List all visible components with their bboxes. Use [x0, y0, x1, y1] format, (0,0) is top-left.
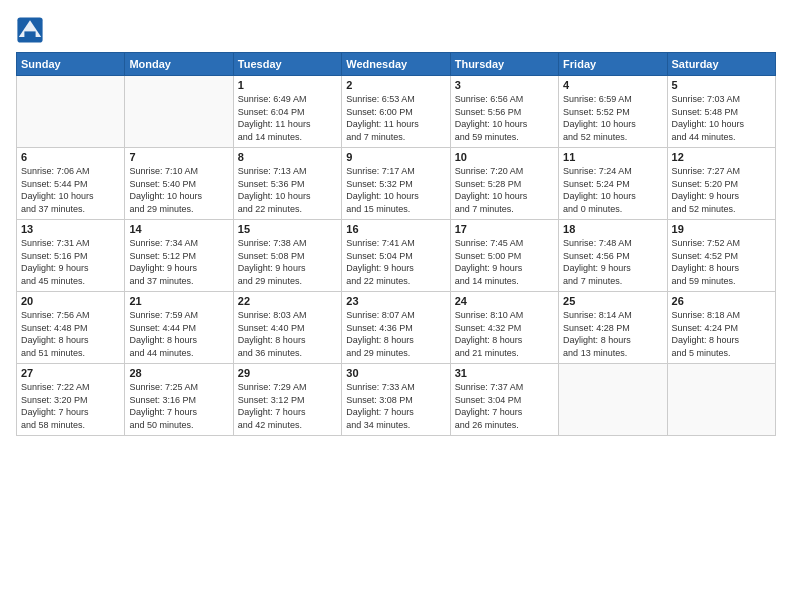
day-info: Sunrise: 7:03 AM Sunset: 5:48 PM Dayligh… [672, 93, 771, 143]
day-number: 24 [455, 295, 554, 307]
day-cell: 2Sunrise: 6:53 AM Sunset: 6:00 PM Daylig… [342, 76, 450, 148]
day-info: Sunrise: 8:18 AM Sunset: 4:24 PM Dayligh… [672, 309, 771, 359]
day-info: Sunrise: 7:20 AM Sunset: 5:28 PM Dayligh… [455, 165, 554, 215]
day-cell [559, 364, 667, 436]
day-cell: 23Sunrise: 8:07 AM Sunset: 4:36 PM Dayli… [342, 292, 450, 364]
day-number: 26 [672, 295, 771, 307]
day-number: 16 [346, 223, 445, 235]
day-number: 15 [238, 223, 337, 235]
day-number: 8 [238, 151, 337, 163]
day-info: Sunrise: 7:41 AM Sunset: 5:04 PM Dayligh… [346, 237, 445, 287]
day-info: Sunrise: 7:33 AM Sunset: 3:08 PM Dayligh… [346, 381, 445, 431]
week-row-3: 20Sunrise: 7:56 AM Sunset: 4:48 PM Dayli… [17, 292, 776, 364]
day-info: Sunrise: 6:59 AM Sunset: 5:52 PM Dayligh… [563, 93, 662, 143]
day-info: Sunrise: 7:38 AM Sunset: 5:08 PM Dayligh… [238, 237, 337, 287]
day-number: 28 [129, 367, 228, 379]
day-number: 12 [672, 151, 771, 163]
day-cell: 7Sunrise: 7:10 AM Sunset: 5:40 PM Daylig… [125, 148, 233, 220]
day-info: Sunrise: 7:34 AM Sunset: 5:12 PM Dayligh… [129, 237, 228, 287]
weekday-header-monday: Monday [125, 53, 233, 76]
day-cell: 3Sunrise: 6:56 AM Sunset: 5:56 PM Daylig… [450, 76, 558, 148]
day-cell: 19Sunrise: 7:52 AM Sunset: 4:52 PM Dayli… [667, 220, 775, 292]
day-number: 10 [455, 151, 554, 163]
day-cell: 5Sunrise: 7:03 AM Sunset: 5:48 PM Daylig… [667, 76, 775, 148]
day-number: 1 [238, 79, 337, 91]
day-number: 19 [672, 223, 771, 235]
day-cell: 9Sunrise: 7:17 AM Sunset: 5:32 PM Daylig… [342, 148, 450, 220]
day-cell: 1Sunrise: 6:49 AM Sunset: 6:04 PM Daylig… [233, 76, 341, 148]
day-number: 18 [563, 223, 662, 235]
week-row-0: 1Sunrise: 6:49 AM Sunset: 6:04 PM Daylig… [17, 76, 776, 148]
day-info: Sunrise: 7:29 AM Sunset: 3:12 PM Dayligh… [238, 381, 337, 431]
day-cell: 29Sunrise: 7:29 AM Sunset: 3:12 PM Dayli… [233, 364, 341, 436]
day-number: 9 [346, 151, 445, 163]
page-container: SundayMondayTuesdayWednesdayThursdayFrid… [0, 0, 792, 444]
day-number: 27 [21, 367, 120, 379]
day-cell: 6Sunrise: 7:06 AM Sunset: 5:44 PM Daylig… [17, 148, 125, 220]
day-cell: 30Sunrise: 7:33 AM Sunset: 3:08 PM Dayli… [342, 364, 450, 436]
calendar-table: SundayMondayTuesdayWednesdayThursdayFrid… [16, 52, 776, 436]
day-info: Sunrise: 7:13 AM Sunset: 5:36 PM Dayligh… [238, 165, 337, 215]
day-cell: 17Sunrise: 7:45 AM Sunset: 5:00 PM Dayli… [450, 220, 558, 292]
day-cell: 10Sunrise: 7:20 AM Sunset: 5:28 PM Dayli… [450, 148, 558, 220]
day-info: Sunrise: 6:56 AM Sunset: 5:56 PM Dayligh… [455, 93, 554, 143]
day-number: 22 [238, 295, 337, 307]
weekday-header-tuesday: Tuesday [233, 53, 341, 76]
week-row-2: 13Sunrise: 7:31 AM Sunset: 5:16 PM Dayli… [17, 220, 776, 292]
day-cell: 20Sunrise: 7:56 AM Sunset: 4:48 PM Dayli… [17, 292, 125, 364]
day-cell [125, 76, 233, 148]
day-info: Sunrise: 7:59 AM Sunset: 4:44 PM Dayligh… [129, 309, 228, 359]
day-number: 6 [21, 151, 120, 163]
day-info: Sunrise: 6:49 AM Sunset: 6:04 PM Dayligh… [238, 93, 337, 143]
header [16, 16, 776, 44]
day-number: 23 [346, 295, 445, 307]
week-row-4: 27Sunrise: 7:22 AM Sunset: 3:20 PM Dayli… [17, 364, 776, 436]
day-info: Sunrise: 7:56 AM Sunset: 4:48 PM Dayligh… [21, 309, 120, 359]
day-info: Sunrise: 7:48 AM Sunset: 4:56 PM Dayligh… [563, 237, 662, 287]
day-cell: 18Sunrise: 7:48 AM Sunset: 4:56 PM Dayli… [559, 220, 667, 292]
day-cell: 15Sunrise: 7:38 AM Sunset: 5:08 PM Dayli… [233, 220, 341, 292]
day-info: Sunrise: 7:45 AM Sunset: 5:00 PM Dayligh… [455, 237, 554, 287]
day-number: 2 [346, 79, 445, 91]
day-info: Sunrise: 8:03 AM Sunset: 4:40 PM Dayligh… [238, 309, 337, 359]
day-cell [17, 76, 125, 148]
day-cell: 28Sunrise: 7:25 AM Sunset: 3:16 PM Dayli… [125, 364, 233, 436]
day-cell: 11Sunrise: 7:24 AM Sunset: 5:24 PM Dayli… [559, 148, 667, 220]
day-cell: 14Sunrise: 7:34 AM Sunset: 5:12 PM Dayli… [125, 220, 233, 292]
day-info: Sunrise: 8:10 AM Sunset: 4:32 PM Dayligh… [455, 309, 554, 359]
day-number: 11 [563, 151, 662, 163]
day-number: 17 [455, 223, 554, 235]
day-number: 29 [238, 367, 337, 379]
week-row-1: 6Sunrise: 7:06 AM Sunset: 5:44 PM Daylig… [17, 148, 776, 220]
day-cell: 25Sunrise: 8:14 AM Sunset: 4:28 PM Dayli… [559, 292, 667, 364]
day-number: 20 [21, 295, 120, 307]
day-cell: 26Sunrise: 8:18 AM Sunset: 4:24 PM Dayli… [667, 292, 775, 364]
weekday-header-friday: Friday [559, 53, 667, 76]
day-info: Sunrise: 7:06 AM Sunset: 5:44 PM Dayligh… [21, 165, 120, 215]
day-info: Sunrise: 6:53 AM Sunset: 6:00 PM Dayligh… [346, 93, 445, 143]
day-cell: 8Sunrise: 7:13 AM Sunset: 5:36 PM Daylig… [233, 148, 341, 220]
day-number: 21 [129, 295, 228, 307]
day-cell: 22Sunrise: 8:03 AM Sunset: 4:40 PM Dayli… [233, 292, 341, 364]
day-info: Sunrise: 7:25 AM Sunset: 3:16 PM Dayligh… [129, 381, 228, 431]
day-info: Sunrise: 7:37 AM Sunset: 3:04 PM Dayligh… [455, 381, 554, 431]
day-info: Sunrise: 7:10 AM Sunset: 5:40 PM Dayligh… [129, 165, 228, 215]
day-number: 13 [21, 223, 120, 235]
day-info: Sunrise: 7:24 AM Sunset: 5:24 PM Dayligh… [563, 165, 662, 215]
day-number: 30 [346, 367, 445, 379]
day-cell: 13Sunrise: 7:31 AM Sunset: 5:16 PM Dayli… [17, 220, 125, 292]
day-number: 14 [129, 223, 228, 235]
day-cell: 27Sunrise: 7:22 AM Sunset: 3:20 PM Dayli… [17, 364, 125, 436]
svg-rect-2 [24, 31, 35, 37]
logo [16, 16, 48, 44]
day-info: Sunrise: 8:07 AM Sunset: 4:36 PM Dayligh… [346, 309, 445, 359]
day-cell: 24Sunrise: 8:10 AM Sunset: 4:32 PM Dayli… [450, 292, 558, 364]
day-number: 31 [455, 367, 554, 379]
weekday-header-wednesday: Wednesday [342, 53, 450, 76]
weekday-header-sunday: Sunday [17, 53, 125, 76]
day-number: 4 [563, 79, 662, 91]
day-info: Sunrise: 7:31 AM Sunset: 5:16 PM Dayligh… [21, 237, 120, 287]
day-cell: 21Sunrise: 7:59 AM Sunset: 4:44 PM Dayli… [125, 292, 233, 364]
day-info: Sunrise: 8:14 AM Sunset: 4:28 PM Dayligh… [563, 309, 662, 359]
weekday-header-thursday: Thursday [450, 53, 558, 76]
